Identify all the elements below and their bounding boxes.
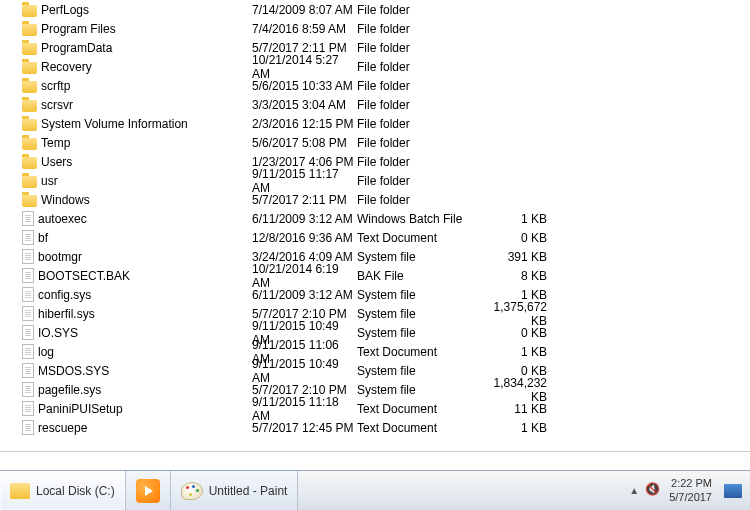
file-date: 7/14/2009 8:07 AM	[252, 3, 357, 17]
file-row[interactable]: usr9/11/2015 11:17 AMFile folder	[12, 171, 750, 190]
file-name: Temp	[41, 136, 70, 150]
file-date: 3/3/2015 3:04 AM	[252, 98, 357, 112]
file-name: config.sys	[38, 288, 91, 302]
file-row[interactable]: Recovery10/21/2014 5:27 AMFile folder	[12, 57, 750, 76]
file-type: File folder	[357, 193, 477, 207]
file-size: 11 KB	[477, 402, 547, 416]
clock[interactable]: 2:22 PM 5/7/2017	[669, 477, 716, 503]
taskbar-item-media-player[interactable]	[126, 471, 171, 510]
file-size: 8 KB	[477, 269, 547, 283]
system-tray: ▲ 2:22 PM 5/7/2017	[621, 471, 750, 510]
file-icon	[22, 344, 34, 359]
file-date: 7/4/2016 8:59 AM	[252, 22, 357, 36]
file-row[interactable]: log9/11/2015 11:06 AMText Document1 KB	[12, 342, 750, 361]
file-date: 10/21/2014 5:27 AM	[252, 53, 357, 81]
file-row[interactable]: autoexec6/11/2009 3:12 AMWindows Batch F…	[12, 209, 750, 228]
file-row[interactable]: BOOTSECT.BAK10/21/2014 6:19 AMBAK File8 …	[12, 266, 750, 285]
file-date: 9/11/2015 11:18 AM	[252, 395, 357, 423]
paint-icon	[181, 482, 203, 500]
show-hidden-icons[interactable]: ▲	[629, 485, 639, 496]
file-row[interactable]: Temp5/6/2017 5:08 PMFile folder	[12, 133, 750, 152]
file-row[interactable]: bootmgr3/24/2016 4:09 AMSystem file391 K…	[12, 247, 750, 266]
file-date: 6/11/2009 3:12 AM	[252, 212, 357, 226]
taskbar-item-explorer[interactable]: Local Disk (C:)	[0, 471, 126, 510]
folder-icon	[22, 157, 37, 169]
file-date: 6/11/2009 3:12 AM	[252, 288, 357, 302]
file-name: scrftp	[41, 79, 70, 93]
folder-icon	[22, 100, 37, 112]
file-type: System file	[357, 326, 477, 340]
clock-date: 5/7/2017	[669, 491, 712, 504]
file-type: File folder	[357, 60, 477, 74]
file-icon	[22, 325, 34, 340]
file-row[interactable]: hiberfil.sys5/7/2017 2:10 PMSystem file1…	[12, 304, 750, 323]
media-player-icon	[136, 479, 160, 503]
file-size: 1 KB	[477, 421, 547, 435]
file-size: 1,375,672 KB	[477, 300, 547, 328]
clock-time: 2:22 PM	[669, 477, 712, 490]
file-size: 1 KB	[477, 345, 547, 359]
file-name: bootmgr	[38, 250, 82, 264]
folder-icon	[22, 81, 37, 93]
volume-muted-icon[interactable]	[647, 484, 661, 498]
file-row[interactable]: ProgramData5/7/2017 2:11 PMFile folder	[12, 38, 750, 57]
taskbar-item-paint[interactable]: Untitled - Paint	[171, 471, 299, 510]
file-icon	[22, 420, 34, 435]
file-row[interactable]: scrsvr3/3/2015 3:04 AMFile folder	[12, 95, 750, 114]
file-date: 5/6/2015 10:33 AM	[252, 79, 357, 93]
file-row[interactable]: scrftp5/6/2015 10:33 AMFile folder	[12, 76, 750, 95]
file-size: 0 KB	[477, 231, 547, 245]
file-type: Text Document	[357, 421, 477, 435]
file-row[interactable]: bf12/8/2016 9:36 AMText Document0 KB	[12, 228, 750, 247]
file-type: BAK File	[357, 269, 477, 283]
folder-icon	[22, 195, 37, 207]
folder-icon	[10, 483, 30, 499]
file-type: Text Document	[357, 345, 477, 359]
file-name: scrsvr	[41, 98, 73, 112]
file-row[interactable]: Windows5/7/2017 2:11 PMFile folder	[12, 190, 750, 209]
file-name: usr	[41, 174, 58, 188]
file-icon	[22, 382, 34, 397]
file-row[interactable]: MSDOS.SYS9/11/2015 10:49 AMSystem file0 …	[12, 361, 750, 380]
folder-icon	[22, 138, 37, 150]
file-row[interactable]: rescuepe5/7/2017 12:45 PMText Document1 …	[12, 418, 750, 437]
file-row[interactable]: PaniniPUISetup9/11/2015 11:18 AMText Doc…	[12, 399, 750, 418]
file-icon	[22, 401, 34, 416]
file-name: IO.SYS	[38, 326, 78, 340]
file-icon	[22, 268, 34, 283]
file-row[interactable]: PerfLogs7/14/2009 8:07 AMFile folder	[12, 0, 750, 19]
file-type: File folder	[357, 174, 477, 188]
file-name: MSDOS.SYS	[38, 364, 109, 378]
folder-icon	[22, 5, 37, 17]
file-name: Recovery	[41, 60, 92, 74]
file-type: System file	[357, 307, 477, 321]
file-row[interactable]: IO.SYS9/11/2015 10:49 AMSystem file0 KB	[12, 323, 750, 342]
taskbar-label: Untitled - Paint	[209, 484, 288, 498]
file-name: rescuepe	[38, 421, 87, 435]
file-size: 391 KB	[477, 250, 547, 264]
file-type: File folder	[357, 136, 477, 150]
file-row[interactable]: Program Files7/4/2016 8:59 AMFile folder	[12, 19, 750, 38]
file-name: log	[38, 345, 54, 359]
file-row[interactable]: System Volume Information2/3/2016 12:15 …	[12, 114, 750, 133]
file-name: bf	[38, 231, 48, 245]
file-row[interactable]: Users1/23/2017 4:06 PMFile folder	[12, 152, 750, 171]
file-type: Text Document	[357, 402, 477, 416]
file-row[interactable]: config.sys6/11/2009 3:12 AMSystem file1 …	[12, 285, 750, 304]
folder-icon	[22, 176, 37, 188]
file-date: 9/11/2015 11:17 AM	[252, 167, 357, 195]
file-size: 0 KB	[477, 326, 547, 340]
folder-icon	[22, 119, 37, 131]
file-type: System file	[357, 364, 477, 378]
file-date: 5/7/2017 12:45 PM	[252, 421, 357, 435]
file-type: File folder	[357, 22, 477, 36]
file-icon	[22, 306, 34, 321]
file-size: 1,834,232 KB	[477, 376, 547, 404]
file-type: System file	[357, 250, 477, 264]
folder-icon	[22, 43, 37, 55]
file-row[interactable]: pagefile.sys5/7/2017 2:10 PMSystem file1…	[12, 380, 750, 399]
folder-icon	[22, 62, 37, 74]
file-type: System file	[357, 288, 477, 302]
network-icon[interactable]	[724, 484, 742, 498]
file-list: PerfLogs7/14/2009 8:07 AMFile folderProg…	[0, 0, 750, 450]
